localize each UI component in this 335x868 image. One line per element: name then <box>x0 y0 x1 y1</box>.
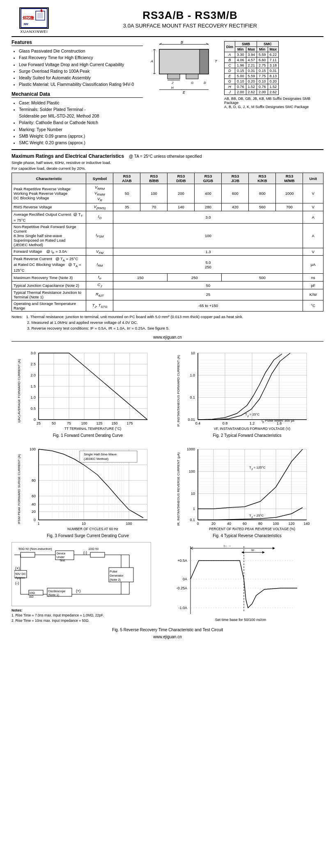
dim-row: E 5.00 5.59 7.75 8.13 <box>225 74 279 79</box>
char-cell: Average Rectified Output Current @ TT = … <box>12 211 86 223</box>
mechanical-item: Polarity: Cathode Band or Cathode Notch <box>19 119 143 126</box>
feature-item: Fast Recovery Time for High Efficiency <box>19 54 143 61</box>
ratings-table: Characteristic Symbol RS3A/AB RS3B/BB RS… <box>11 173 324 312</box>
smb-max: 3.94 <box>246 52 257 58</box>
mechanical-list: Case: Molded Plastic Terminals: Solder P… <box>11 99 143 146</box>
dim-row: D 0.15 0.31 0.15 0.31 <box>225 68 279 74</box>
svg-text:25: 25 <box>37 421 41 425</box>
svg-text:Pulse: Pulse <box>110 570 117 573</box>
fig2-box: IF, INSTANTANEOUS FORWARD CURRENT (A) <box>171 346 324 438</box>
mechanical-title: Mechanical Data <box>11 91 143 98</box>
svg-text:80: 80 <box>258 522 262 526</box>
fig5-waveform: t←→ +0.5A 0A -0.25A -1.0A <box>158 542 324 623</box>
svg-text:-1.0A: -1.0A <box>178 606 187 610</box>
fig5-notes: Notes: 1. Rise Time = 7.0ns max. Input I… <box>11 608 151 623</box>
svg-text:125: 125 <box>96 421 102 425</box>
smb-min: 2.00 <box>235 90 246 95</box>
svg-text:t←→: t←→ <box>224 544 231 548</box>
rs3a-header: RS3A/AB <box>113 173 140 184</box>
ratings-title: Maximum Ratings and Electrical Character… <box>11 153 124 159</box>
svg-text:50: 50 <box>52 421 56 425</box>
max-header: Max <box>246 47 257 52</box>
svg-text:(+): (+) <box>15 566 20 570</box>
unit-cell: V <box>303 248 324 256</box>
svg-text:40: 40 <box>227 522 231 526</box>
dim-row: A 3.30 3.94 5.59 6.22 <box>225 52 279 58</box>
svg-text:Single Half-Sine-Wave: Single Half-Sine-Wave <box>84 452 117 456</box>
svg-text:0A: 0A <box>183 577 187 581</box>
table-row: Typical Junction Capacitance (Note 2) CJ… <box>12 282 324 289</box>
smc-min: 6.60 <box>257 58 268 63</box>
website1: www.ejiguan.cn <box>11 335 324 339</box>
table-row: Forward Voltage @ IF = 3.0A VFM 1.3 V <box>12 248 324 256</box>
fig4-box: IR, INSTANTANEOUS REVERSE CURRENT (μA) <box>171 442 324 538</box>
char-cell: Non-Repetitive Peak Forward Surge Curren… <box>12 223 86 248</box>
svg-text:1.0: 1.0 <box>30 395 36 399</box>
ratings-header: Maximum Ratings and Electrical Character… <box>11 153 324 159</box>
val-cell: 400 <box>195 184 222 203</box>
svg-text:10Ω: 10Ω <box>29 591 35 595</box>
svg-text:100: 100 <box>189 469 195 473</box>
svg-text:0: 0 <box>34 518 36 522</box>
fig1-box: I(AV) AVERAGE FORWARD CURRENT (A) <box>11 346 164 438</box>
fig5-note1: 1. Rise Time = 7.0ns max. Input Impedanc… <box>11 613 104 617</box>
symbol-cell: VFM <box>86 248 113 256</box>
smb-min: 0.76 <box>235 84 246 90</box>
char-cell: Typical Thermal Resistance Junction to T… <box>12 289 86 300</box>
symbol-cell: CJ <box>86 282 113 289</box>
charts-row-2: IFSM PEAK FORWARD SURGE CURRENT (A) <box>11 442 324 538</box>
test-circuit-svg: 50Ω NI (Non-inductive) 10Ω NI <box>14 545 146 603</box>
dim-label: E <box>225 74 235 79</box>
svg-rect-19 <box>186 74 198 79</box>
component-diagram: B A T <box>147 41 221 95</box>
symbol-header: Symbol <box>86 173 113 184</box>
min-header: Min <box>235 47 246 52</box>
svg-text:Under: Under <box>57 556 65 559</box>
rs3j-header: RS3J/JB <box>222 173 249 184</box>
mechanical-item: Case: Molded Plastic <box>19 99 143 106</box>
char-cell: Peak Repetitive Reverse VoltageWorking P… <box>12 184 86 203</box>
svg-text:10: 10 <box>191 351 195 355</box>
symbol-cell: V(RMS) <box>86 203 113 211</box>
svg-text:TT TERMINAL TEMPERATURE (°C): TT TERMINAL TEMPERATURE (°C) <box>64 427 122 431</box>
note-3: 3. Reverse recovery test conditions: IF … <box>27 326 170 330</box>
svg-text:0.5: 0.5 <box>30 406 36 411</box>
svg-text:10: 10 <box>82 522 86 526</box>
svg-text:E: E <box>183 90 186 95</box>
smb-max: 0.20 <box>246 79 257 84</box>
char-cell: Maximum Recovery Time (Note 3) <box>12 274 86 282</box>
svg-text:IFSM PEAK FORWARD SURGE CURREN: IFSM PEAK FORWARD SURGE CURRENT (A) <box>17 454 21 524</box>
svg-text:100: 100 <box>126 522 132 526</box>
left-col: Features Glass Passivated Die Constructi… <box>11 39 143 146</box>
svg-text:60: 60 <box>243 522 247 526</box>
svg-text:+0.5A: +0.5A <box>177 559 187 563</box>
mechanical-area: B A T <box>147 41 324 109</box>
smc-max: 8.13 <box>268 74 279 79</box>
svg-text:100: 100 <box>30 447 36 451</box>
val-cell-span: 3.0 <box>113 211 303 223</box>
svg-text:150: 150 <box>111 421 117 425</box>
svg-text:0.1: 0.1 <box>190 518 195 522</box>
svg-text:Approx: Approx <box>15 576 25 579</box>
svg-text:1.0: 1.0 <box>190 373 195 377</box>
smb-max: 0.31 <box>246 68 257 74</box>
dimensions-table: Dim SMB SMC Min Max Min Max A <box>224 41 279 95</box>
svg-text:IF, INSTANTANEOUS FORWARD CURR: IF, INSTANTANEOUS FORWARD CURRENT (A) <box>177 355 180 427</box>
val-cell: 50 <box>113 184 140 203</box>
unit-cell: A <box>303 211 324 223</box>
fig1-chart: I(AV) AVERAGE FORWARD CURRENT (A) <box>16 346 160 432</box>
smb-max: 1.52 <box>246 84 257 90</box>
right-col: B A T <box>147 39 324 146</box>
note-1: 1. Thermal resistance: junction to termi… <box>26 314 243 319</box>
page-header: 炬芯微 XW XUANXINWEI RS3A/B - RS3M/B 3.0A S… <box>11 7 324 34</box>
svg-text:0.01: 0.01 <box>188 418 195 422</box>
fig2-chart: IF, INSTANTANEOUS FORWARD CURRENT (A) <box>175 346 319 432</box>
svg-text:Oscilloscope: Oscilloscope <box>48 589 66 593</box>
svg-marker-242 <box>262 551 265 554</box>
table-row: Operating and Storage Temperature Range … <box>12 300 324 311</box>
rs3g-header: RS3G/GB <box>195 173 222 184</box>
logo-area: 炬芯微 XW XUANXINWEI <box>11 7 57 34</box>
unit-cell: ns <box>303 274 324 282</box>
unit-cell: μA <box>303 256 324 274</box>
title-area: RS3A/B - RS3M/B 3.0A SURFACE MOUNT FAST … <box>57 7 324 29</box>
